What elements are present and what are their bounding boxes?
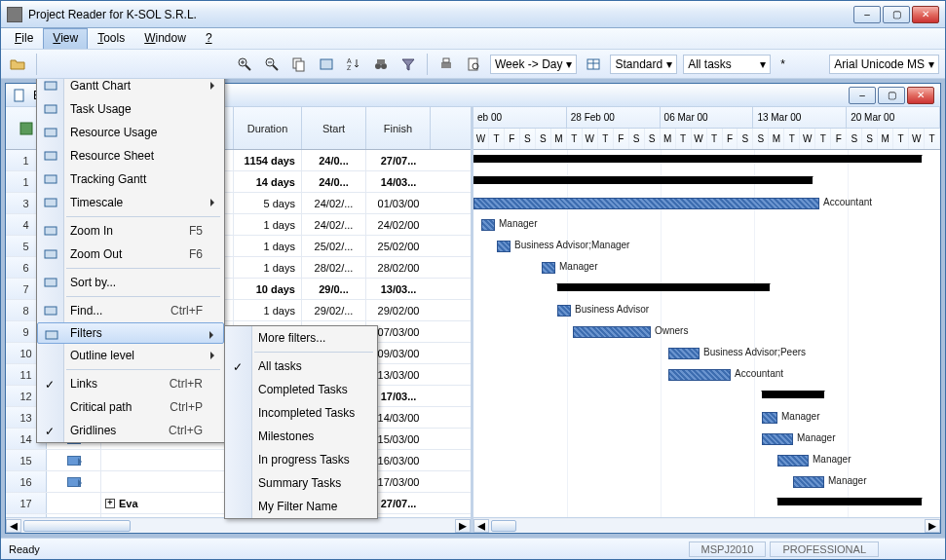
menu-item-filters[interactable]: Filters [37,322,224,344]
task-bar[interactable] [777,455,809,467]
row-finish: 24/02/00 [366,214,431,235]
menu-item-resource-usage[interactable]: Resource Usage [37,121,224,144]
menu-window[interactable]: Window [134,28,196,49]
menu-item-gantt-chart[interactable]: Gantt Chart [37,79,224,97]
filter-item-in-progress-tasks[interactable]: In progress Tasks [225,448,377,471]
day-cell: T [893,129,909,150]
row-name: +Eva [101,493,234,513]
grid-h-scrollbar[interactable]: ◂ ▸ [6,517,471,533]
task-bar[interactable] [557,305,571,317]
zoom-out-button[interactable] [261,54,283,75]
filter-item-incompleted-tasks[interactable]: Incompleted Tasks [225,401,377,425]
menu-item-find-[interactable]: Find...Ctrl+F [37,299,224,322]
filter-item-all-tasks[interactable]: ✓All tasks [225,355,377,378]
menu-item-zoom-out[interactable]: Zoom OutF6 [37,243,224,266]
day-cell: S [753,129,769,150]
menu-item-resource-sheet[interactable]: Resource Sheet [37,144,224,168]
scroll-right-button[interactable]: ▸ [455,519,471,533]
header-finish[interactable]: Finish [366,107,431,149]
menu-item-critical-path[interactable]: Critical pathCtrl+P [37,395,224,419]
view-dropdown[interactable]: Standard ▾ [610,55,677,74]
bar-label: Manager [781,411,819,422]
summary-bar[interactable] [473,155,922,163]
header-duration[interactable]: Duration [234,107,302,149]
copy-image-button[interactable] [316,54,337,75]
gantt-area[interactable]: AccountantManagerBusiness Advisor;Manage… [473,150,940,517]
summary-bar[interactable] [762,391,824,398]
task-bar[interactable] [573,326,651,338]
summary-bar[interactable] [473,176,813,184]
menu-item-sort-by-[interactable]: Sort by... [37,271,224,294]
row-start: 24/0... [302,150,366,170]
open-button[interactable] [7,54,28,75]
scroll-thumb[interactable] [23,520,131,532]
menu-item-task-usage[interactable]: Task Usage [37,97,224,121]
task-bar[interactable] [762,412,777,424]
copy-button[interactable] [288,54,310,75]
filter-item-milestones[interactable]: Milestones [225,425,377,448]
filter-item-completed-tasks[interactable]: Completed Tasks [225,378,377,401]
menu-item-label: Summary Tasks [258,476,341,490]
binoculars-icon [373,56,389,72]
menu-item-zoom-in[interactable]: Zoom InF5 [37,219,224,243]
menu-file[interactable]: File [5,28,43,49]
sort-button[interactable]: AZ [343,54,364,75]
print-button[interactable] [435,54,457,75]
row-name [101,471,234,492]
view-table-button[interactable] [583,54,604,75]
sort-az-icon: AZ [346,56,361,72]
window-title: Project Reader for K-SOL S.R.L. [28,8,853,21]
task-bar[interactable] [542,262,555,274]
menu-item-outline-level[interactable]: Outline level [37,344,224,367]
filter-item-my-filter-name[interactable]: My Filter Name [225,495,377,518]
menu-item-tracking-gantt[interactable]: Tracking Gantt [37,168,224,191]
filter-button[interactable] [397,54,419,75]
task-bar[interactable] [668,348,700,359]
zoom-in-button[interactable] [234,54,255,75]
svg-line-1 [246,65,250,70]
task-bar[interactable] [481,219,495,231]
print-preview-button[interactable] [463,54,484,75]
scroll-thumb[interactable] [491,520,516,532]
summary-bar[interactable] [557,283,770,291]
filter-dropdown[interactable]: All tasks ▾ [683,55,771,74]
timescale-label: Week -> Day [495,57,562,71]
header-start[interactable]: Start [302,107,366,149]
view-menu: Gantt ChartTask UsageResource UsageResou… [36,79,225,443]
child-maximize-button[interactable]: ▢ [878,87,905,104]
funnel-icon [400,56,416,72]
close-button[interactable]: ✕ [912,6,939,23]
zoom-in-icon [43,223,58,239]
task-bar[interactable] [793,476,824,488]
check-icon: ✓ [45,425,57,436]
filter-item-more-filters-[interactable]: More filters... [225,326,377,350]
child-close-button[interactable]: ✕ [907,87,934,104]
scroll-left-button[interactable]: ◂ [6,519,21,533]
menu-view[interactable]: View [43,28,88,49]
maximize-button[interactable]: ▢ [883,6,910,23]
task-bar[interactable] [762,433,793,445]
font-dropdown[interactable]: Arial Unicode MS ▾ [829,55,939,74]
svg-rect-15 [441,62,451,68]
menu-item-timescale[interactable]: Timescale [37,191,224,214]
filter-item-summary-tasks[interactable]: Summary Tasks [225,471,377,495]
task-bar[interactable] [497,241,511,252]
bar-label: Business Advisor;Peers [703,347,806,357]
outline-toggle-icon[interactable]: + [105,499,115,508]
scroll-left-button[interactable]: ◂ [473,519,489,533]
task-bar[interactable] [473,198,819,209]
summary-bar[interactable] [777,498,922,505]
menu-help[interactable]: ? [196,28,222,49]
gantt-h-scrollbar[interactable]: ◂ ▸ [473,517,940,533]
table-icon [586,56,601,72]
find-button[interactable] [370,54,392,75]
scroll-right-button[interactable]: ▸ [925,519,940,533]
timescale-dropdown[interactable]: Week -> Day ▾ [490,55,577,74]
menu-item-gridlines[interactable]: ✓GridlinesCtrl+G [37,419,224,442]
child-minimize-button[interactable]: – [849,87,876,104]
minimize-button[interactable]: – [853,6,881,23]
menu-item-links[interactable]: ✓LinksCtrl+R [37,372,224,395]
day-cell: T [815,129,831,150]
menu-tools[interactable]: Tools [88,28,134,49]
task-bar[interactable] [668,369,731,381]
